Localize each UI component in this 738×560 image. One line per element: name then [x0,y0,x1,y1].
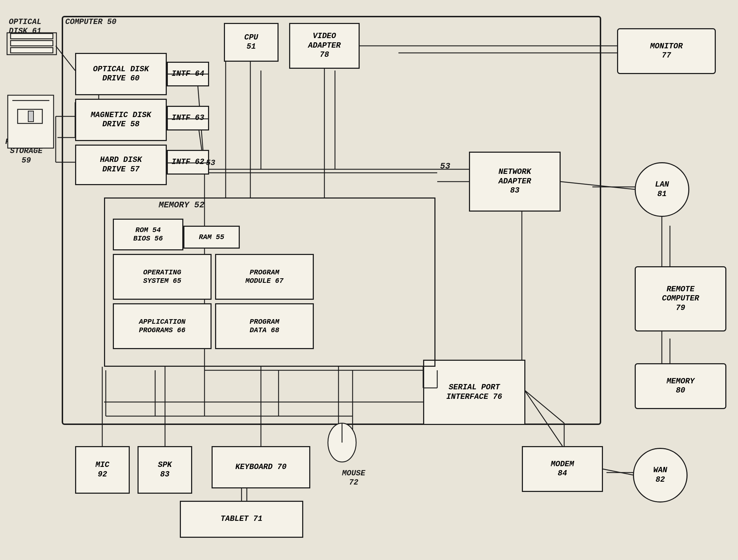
removable-storage-label: REMOVABLESTORAGE59 [5,138,47,165]
magnetic-disk-drive-label: MAGNETIC DISKDRIVE 58 [91,111,151,129]
bus53-label: 53 [206,159,215,168]
program-data-box: PROGRAMDATA 68 [215,303,314,349]
ram-label: RAM 55 [199,233,224,242]
intf64-label: INTF 64 [172,69,204,79]
rom-label: ROM 54BIOS 56 [133,226,163,243]
app-programs-box: APPLICATIONPROGRAMS 66 [113,303,212,349]
cpu-box: CPU51 [224,23,279,62]
svg-rect-31 [11,41,53,46]
keyboard-label: KEYBOARD 70 [235,463,286,472]
wan-circle: WAN82 [633,448,688,503]
svg-line-57 [603,469,633,475]
tablet-box: TABLET 71 [180,501,303,538]
svg-point-65 [328,423,356,462]
modem-label: MODEM84 [551,460,574,479]
remote-memory-box: MEMORY80 [635,363,726,409]
network-adapter-label: NETWORKADAPTER83 [499,168,531,195]
hard-disk-drive-label: HARD DISKDRIVE 57 [100,156,142,174]
intf64-box: INTF 64 [167,62,209,86]
os-box: OPERATINGSYSTEM 65 [113,254,212,300]
program-data-label: PROGRAMDATA 68 [250,318,279,335]
monitor-box: MONITOR77 [617,28,716,74]
remote-computer-label: REMOTECOMPUTER79 [662,285,699,313]
intf63-label: INTF 63 [172,114,204,123]
os-label: OPERATINGSYSTEM 65 [143,268,181,285]
svg-rect-32 [11,48,53,53]
computer-label: COMPUTER 50 [65,18,116,27]
program-module-box: PROGRAMMODULE 67 [215,254,314,300]
serial-port-label: SERIAL PORTINTERFACE 76 [446,383,502,402]
video-adapter-box: VIDEOADAPTER78 [289,23,360,69]
app-programs-label: APPLICATIONPROGRAMS 66 [139,318,185,335]
cpu-label: CPU51 [244,33,258,52]
optical-disk-drive-label: OPTICAL DISKDRIVE 60 [93,65,149,84]
mic-label: MIC92 [96,461,110,479]
magnetic-disk-drive-box: MAGNETIC DISKDRIVE 58 [75,99,167,141]
network-adapter-box: NETWORKADAPTER83 [469,152,561,212]
lan-circle: LAN81 [635,162,689,217]
serial-port-box: SERIAL PORTINTERFACE 76 [423,360,525,425]
video-adapter-label: VIDEOADAPTER78 [308,32,341,60]
program-module-label: PROGRAMMODULE 67 [245,268,283,285]
remote-memory-label: MEMORY80 [666,377,694,396]
optical-disk-drive-box: OPTICAL DISKDRIVE 60 [75,53,167,95]
mic-box: MIC92 [75,446,130,494]
spk-label: SPK83 [158,461,172,479]
intf62-label: INTF 62 [172,158,204,167]
wan-label: WAN82 [653,466,667,485]
spk-box: SPK83 [138,446,192,494]
svg-rect-35 [18,109,42,123]
ram-box: RAM 55 [183,226,240,249]
tablet-label: TABLET 71 [221,515,263,524]
hard-disk-drive-box: HARD DISKDRIVE 57 [75,145,167,185]
monitor-label: MONITOR77 [650,42,683,61]
mouse-label: MOUSE72 [342,469,365,488]
keyboard-box: KEYBOARD 70 [212,446,310,488]
rom-box: ROM 54BIOS 56 [113,219,183,250]
lan-label: LAN81 [655,180,669,199]
modem-box: MODEM84 [522,446,603,492]
memory-label: MEMORY 52 [159,200,205,211]
svg-rect-36 [28,111,33,122]
intf62-box: INTF 62 [167,150,209,175]
remote-computer-box: REMOTECOMPUTER79 [635,266,726,331]
optical-disk-label: OPTICALDISK 61 [9,18,41,36]
intf63-box: INTF 63 [167,106,209,130]
